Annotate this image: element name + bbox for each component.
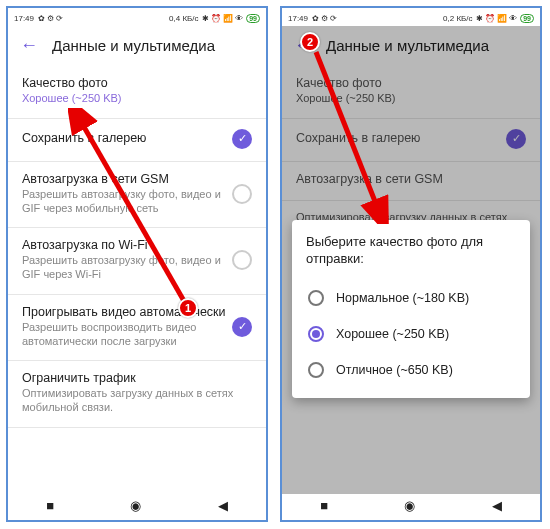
option-label: Отличное (~650 KB) <box>336 363 453 377</box>
setting-autoload-gsm[interactable]: Автозагрузка в сети GSM Разрешить автоза… <box>8 162 266 229</box>
setting-save-gallery[interactable]: Сохранить в галерею ✓ <box>8 119 266 162</box>
nav-back-icon[interactable]: ◀ <box>218 498 228 513</box>
status-extra: ✱ ⏰ 📶 👁 <box>202 14 244 23</box>
phone-right: 17:49✿ ⚙ ⟳ 0,2 КБ/с✱ ⏰ 📶 👁99 ← Данные и … <box>280 6 542 522</box>
nav-home-icon[interactable]: ◉ <box>404 498 415 513</box>
page-title: Данные и мультимедиа <box>52 37 215 54</box>
nav-recent-icon[interactable]: ■ <box>46 498 54 513</box>
status-extra: ✱ ⏰ 📶 👁 <box>476 14 518 23</box>
setting-title: Проигрывать видео автоматически <box>22 305 232 319</box>
setting-subtitle: Разрешить воспроизводить видео автоматич… <box>22 321 232 349</box>
status-icons: ✿ ⚙ ⟳ <box>312 14 337 23</box>
setting-title: Автозагрузка по Wi-Fi <box>22 238 232 252</box>
status-bar: 17:49✿ ⚙ ⟳ 0,4 КБ/с✱ ⏰ 📶 👁99 <box>8 8 266 26</box>
option-label: Хорошее (~250 KB) <box>336 327 449 341</box>
checkbox-on-icon[interactable]: ✓ <box>232 129 252 149</box>
option-label: Нормальное (~180 KB) <box>336 291 469 305</box>
setting-subtitle: Разрешить автозагрузку фото, видео и GIF… <box>22 254 232 282</box>
setting-title: Автозагрузка в сети GSM <box>22 172 232 186</box>
settings-list: Качество фото Хорошее (~250 KB) Сохранит… <box>8 66 266 494</box>
status-time: 17:49 <box>14 14 34 23</box>
setting-title: Ограничить трафик <box>22 371 252 385</box>
status-icons: ✿ ⚙ ⟳ <box>38 14 63 23</box>
quality-option-normal[interactable]: Нормальное (~180 KB) <box>306 280 516 316</box>
setting-title: Качество фото <box>22 76 252 90</box>
checkbox-on-icon[interactable]: ✓ <box>232 317 252 337</box>
checkbox-off-icon[interactable] <box>232 184 252 204</box>
nav-back-icon[interactable]: ◀ <box>492 498 502 513</box>
photo-quality-dialog: Выберите качество фото для отправки: Нор… <box>292 220 530 398</box>
setting-value: Хорошее (~250 KB) <box>22 92 252 106</box>
setting-subtitle: Оптимизировать загрузку данных в сетях м… <box>22 387 252 415</box>
radio-on-icon <box>308 326 324 342</box>
android-navbar: ■ ◉ ◀ <box>282 494 540 520</box>
setting-autoload-wifi[interactable]: Автозагрузка по Wi-Fi Разрешить автозагр… <box>8 228 266 295</box>
back-icon[interactable]: ← <box>20 36 38 54</box>
status-time: 17:49 <box>288 14 308 23</box>
header: ← Данные и мультимедиа <box>8 26 266 66</box>
setting-title: Сохранить в галерею <box>22 131 232 145</box>
setting-photo-quality[interactable]: Качество фото Хорошее (~250 KB) <box>8 66 266 119</box>
setting-autoplay-video[interactable]: Проигрывать видео автоматически Разрешит… <box>8 295 266 362</box>
battery-icon: 99 <box>520 14 534 23</box>
annotation-badge: 2 <box>300 32 320 52</box>
quality-option-excellent[interactable]: Отличное (~650 KB) <box>306 352 516 388</box>
dialog-title: Выберите качество фото для отправки: <box>306 234 516 268</box>
status-net: 0,4 КБ/с <box>169 14 198 23</box>
checkbox-off-icon[interactable] <box>232 250 252 270</box>
android-navbar: ■ ◉ ◀ <box>8 494 266 520</box>
quality-option-good[interactable]: Хорошее (~250 KB) <box>306 316 516 352</box>
setting-limit-traffic[interactable]: Ограничить трафик Оптимизировать загрузк… <box>8 361 266 428</box>
status-net: 0,2 КБ/с <box>443 14 472 23</box>
nav-recent-icon[interactable]: ■ <box>320 498 328 513</box>
radio-off-icon <box>308 362 324 378</box>
setting-subtitle: Разрешить автозагрузку фото, видео и GIF… <box>22 188 232 216</box>
phone-left: 17:49✿ ⚙ ⟳ 0,4 КБ/с✱ ⏰ 📶 👁99 ← Данные и … <box>6 6 268 522</box>
annotation-badge: 1 <box>178 298 198 318</box>
status-bar: 17:49✿ ⚙ ⟳ 0,2 КБ/с✱ ⏰ 📶 👁99 <box>282 8 540 26</box>
radio-off-icon <box>308 290 324 306</box>
nav-home-icon[interactable]: ◉ <box>130 498 141 513</box>
battery-icon: 99 <box>246 14 260 23</box>
